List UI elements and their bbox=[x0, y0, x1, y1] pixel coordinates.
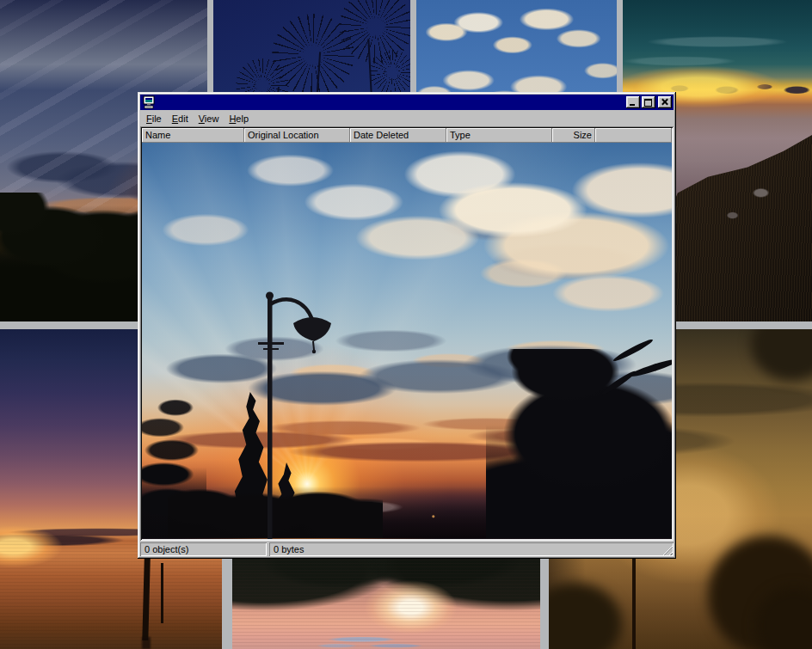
list-view[interactable]: Name Original Location Date Deleted Type… bbox=[140, 126, 674, 541]
sunset-photo bbox=[142, 143, 672, 539]
pole-reflection bbox=[142, 637, 151, 649]
status-bar: 0 object(s) 0 bytes bbox=[140, 542, 674, 556]
desktop: File Edit View Help Name Original Locati… bbox=[0, 0, 812, 649]
menu-view-hotkey: V bbox=[199, 113, 205, 124]
column-header-date-deleted[interactable]: Date Deleted bbox=[350, 128, 446, 143]
water-pole bbox=[161, 563, 163, 623]
maximize-button[interactable] bbox=[642, 96, 655, 108]
close-button[interactable] bbox=[658, 96, 672, 108]
computer-window-icon bbox=[142, 95, 156, 109]
plant-stalk bbox=[632, 554, 636, 649]
blurred-bush bbox=[751, 329, 812, 381]
umbel-flower bbox=[370, 50, 410, 95]
menu-view-label: iew bbox=[205, 113, 219, 124]
water-ripples bbox=[232, 560, 540, 649]
blurred-bush bbox=[549, 583, 622, 649]
menu-file-label: ile bbox=[152, 113, 162, 124]
menu-view[interactable]: View bbox=[194, 112, 225, 126]
minimize-icon bbox=[630, 104, 635, 106]
close-icon bbox=[658, 96, 672, 108]
column-header-row: Name Original Location Date Deleted Type… bbox=[142, 128, 672, 143]
title-bar[interactable] bbox=[140, 95, 674, 110]
column-header-original-location[interactable]: Original Location bbox=[244, 128, 350, 143]
column-header-type[interactable]: Type bbox=[446, 128, 552, 143]
column-header-size[interactable]: Size bbox=[552, 128, 595, 143]
menu-edit-hotkey: E bbox=[172, 113, 178, 124]
menu-bar: File Edit View Help bbox=[140, 110, 674, 126]
menu-help-label: elp bbox=[236, 113, 249, 124]
column-header-blank[interactable] bbox=[595, 128, 672, 143]
status-objects: 0 object(s) bbox=[140, 542, 267, 556]
menu-edit-label: dit bbox=[178, 113, 188, 124]
maximize-icon bbox=[644, 99, 652, 107]
recycle-bin-window: File Edit View Help Name Original Locati… bbox=[138, 92, 676, 559]
minimize-button[interactable] bbox=[626, 96, 640, 108]
status-size: 0 bytes bbox=[269, 542, 674, 556]
right-tree-mass bbox=[486, 349, 672, 538]
menu-file[interactable]: File bbox=[141, 112, 167, 126]
menu-file-hotkey: F bbox=[146, 113, 152, 124]
street-lamp bbox=[245, 287, 383, 539]
menu-help[interactable]: Help bbox=[224, 112, 254, 126]
menu-edit[interactable]: Edit bbox=[167, 112, 194, 126]
column-header-name[interactable]: Name bbox=[142, 128, 244, 143]
